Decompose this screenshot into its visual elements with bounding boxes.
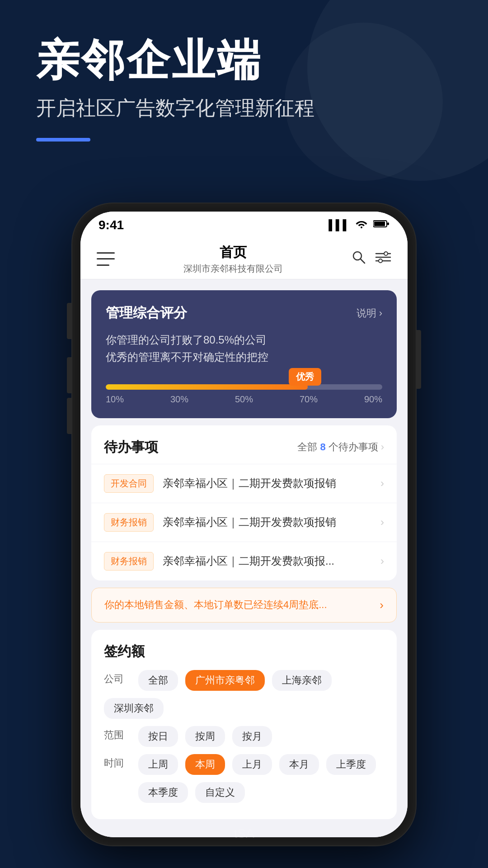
wifi-icon [355,219,368,231]
score-description: 你管理的公司打败了80.5%的公司 优秀的管理离不开对确定性的把控 [106,331,382,366]
score-card-header: 管理综合评分 说明 › [106,304,382,322]
progress-container: 优秀 10% 30% 50% 70% 90% [106,384,382,405]
todo-count: 8 [320,441,325,453]
status-icons: ▌▌▌ [328,219,389,231]
svg-line-5 [361,259,365,263]
company-filter-all[interactable]: 全部 [138,670,178,691]
range-filter-month[interactable]: 按月 [232,726,272,747]
todo-tag-contract: 开发合同 [104,474,154,493]
svg-rect-2 [374,222,385,226]
svg-point-0 [361,226,362,228]
range-filter-row: 范围 按日 按周 按月 [104,726,384,747]
progress-label-30: 30% [170,394,188,405]
extra-filter-row: 本季度 自定义 [104,782,384,803]
nav-bar: 首页 深圳市亲邻科技有限公司 [80,239,408,279]
company-filter-guangzhou[interactable]: 广州市亲粤邻 [185,670,265,691]
range-filter-day[interactable]: 按日 [138,726,178,747]
status-bar: 9:41 ▌▌▌ [80,212,408,239]
score-info-label: 说明 [357,307,376,320]
time-filter-row: 时间 上周 本周 上月 本月 上季度 [104,754,384,775]
main-title: 亲邻企业端 [36,36,314,84]
score-desc-line2: 优秀的管理离不开对确定性的把控 [106,351,268,363]
menu-icon[interactable] [97,252,115,266]
phone-outer-shell: 9:41 ▌▌▌ [72,203,416,845]
company-filter-row: 公司 全部 广州市亲粤邻 上海亲邻 深圳亲邻 [104,670,384,719]
progress-labels: 10% 30% 50% 70% 90% [106,394,382,405]
time-filter-last-quarter[interactable]: 上季度 [326,754,376,775]
svg-rect-10 [379,259,382,263]
signal-icon: ▌▌▌ [328,219,350,231]
status-time: 9:41 [99,218,124,232]
progress-badge: 优秀 [289,368,321,386]
progress-label-50: 50% [235,394,253,405]
score-info-link[interactable]: 说明 › [357,307,382,320]
progress-label-90: 90% [364,394,382,405]
time-filter-this-month[interactable]: 本月 [279,754,319,775]
company-filter-label: 公司 [104,670,131,691]
progress-track [106,384,382,390]
time-filter-label: 时间 [104,754,131,775]
chevron-right-icon: › [380,516,384,528]
time-filter-this-quarter[interactable]: 本季度 [138,782,188,803]
svg-rect-3 [387,222,389,225]
phone-mockup: 9:41 ▌▌▌ [72,203,416,845]
time-filter-custom[interactable]: 自定义 [195,782,245,803]
range-filter-label: 范围 [104,726,131,747]
progress-fill [106,384,308,390]
progress-label-10: 10% [106,394,124,405]
blue-line-decoration [36,138,90,142]
time-filter-this-week[interactable]: 本周 [185,754,225,775]
phone-screen: 9:41 ▌▌▌ [80,212,408,837]
range-filter-week[interactable]: 按周 [185,726,225,747]
chevron-right-icon: › [381,441,384,453]
todo-item[interactable]: 财务报销 亲邻幸福小区｜二期开发费款项报... › [91,542,397,580]
contract-section-title: 签约额 [104,642,384,661]
progress-label-70: 70% [300,394,318,405]
score-card: 管理综合评分 说明 › 你管理的公司打败了80.5%的公司 优秀的管理离不开对确… [91,290,397,418]
chevron-right-icon: › [380,477,384,490]
nav-right-icons [352,250,391,268]
settings-icon[interactable] [375,250,391,268]
search-icon[interactable] [352,250,366,268]
todo-item-text: 亲邻幸福小区｜二期开发费款项报销 [163,515,371,529]
todo-header: 待办事项 全部 8 个待办事项 › [91,425,397,464]
todo-count-suffix: 个待办事项 [328,440,378,454]
todo-item-text: 亲邻幸福小区｜二期开发费款项报销 [163,476,371,491]
todo-tag-finance: 财务报销 [104,513,154,532]
nav-title: 首页 [183,243,283,262]
chevron-right-icon: › [380,555,384,567]
todo-all-label: 全部 [297,440,317,454]
todo-item[interactable]: 开发合同 亲邻幸福小区｜二期开发费款项报销 › [91,464,397,503]
nav-center: 首页 深圳市亲邻科技有限公司 [183,243,283,275]
company-filter-shenzhen[interactable]: 深圳亲邻 [104,698,164,719]
score-card-title: 管理综合评分 [106,304,187,322]
todo-tag-finance: 财务报销 [104,552,154,571]
todo-item-text: 亲邻幸福小区｜二期开发费款项报... [163,554,371,568]
bottom-label: tSA [234,826,254,841]
sub-title: 开启社区广告数字化管理新征程 [36,95,314,122]
battery-icon [373,219,389,231]
alert-text: 你的本地销售金额、本地订单数已经连续4周垫底... [104,598,380,612]
todo-more-link[interactable]: 全部 8 个待办事项 › [297,440,384,454]
company-filter-shanghai[interactable]: 上海亲邻 [272,670,332,691]
todo-item[interactable]: 财务报销 亲邻幸福小区｜二期开发费款项报销 › [91,503,397,542]
svg-rect-9 [384,252,388,255]
phone-content[interactable]: 管理综合评分 说明 › 你管理的公司打败了80.5%的公司 优秀的管理离不开对确… [80,279,408,837]
chevron-right-icon: › [380,598,384,612]
contract-section: 签约额 公司 全部 广州市亲粤邻 上海亲邻 深圳亲邻 范围 按日 按周 [91,630,397,819]
time-filter-last-week[interactable]: 上周 [138,754,178,775]
chevron-right-icon: › [379,307,382,319]
nav-company: 深圳市亲邻科技有限公司 [183,263,283,275]
header-area: 亲邻企业端 开启社区广告数字化管理新征程 [36,36,314,142]
todo-title: 待办事项 [104,438,158,457]
score-desc-line1: 你管理的公司打败了80.5%的公司 [106,334,267,346]
alert-banner[interactable]: 你的本地销售金额、本地订单数已经连续4周垫底... › [91,588,397,623]
time-filter-last-month[interactable]: 上月 [232,754,272,775]
todo-section: 待办事项 全部 8 个待办事项 › 开发合同 亲邻幸福小区｜二期开发费款项报销 … [91,425,397,580]
